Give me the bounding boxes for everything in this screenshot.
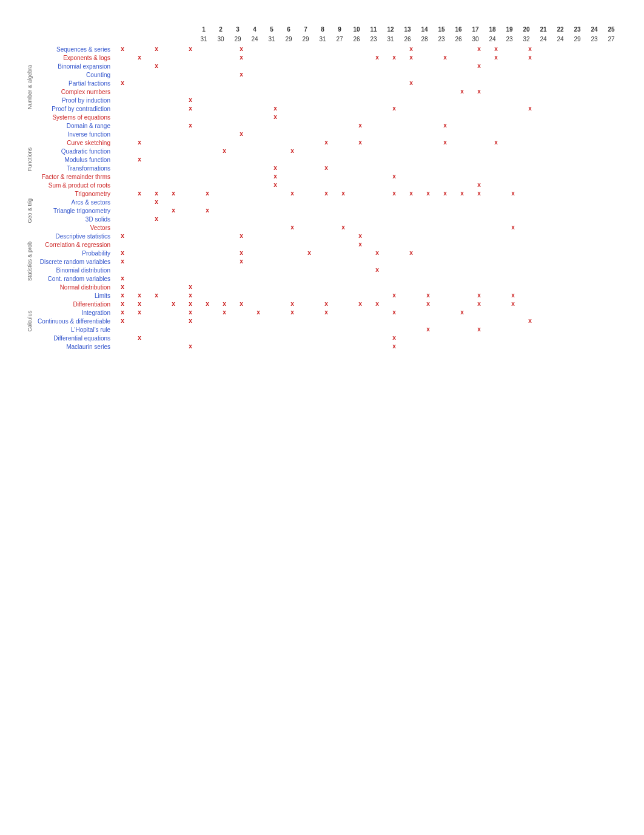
mark-empty <box>114 87 131 96</box>
mark-empty <box>403 266 420 274</box>
mark-x: x <box>403 53 420 62</box>
mark-empty <box>471 232 488 240</box>
mark-empty <box>284 181 301 189</box>
mark-empty <box>386 121 403 130</box>
mark-x: x <box>199 206 216 215</box>
mark-empty <box>437 104 454 113</box>
mark-x: x <box>267 104 284 113</box>
mark-empty <box>386 181 403 189</box>
mark-empty <box>216 181 233 189</box>
mark-empty <box>199 121 216 130</box>
mark-x: x <box>148 198 165 206</box>
col-number: 20 <box>518 26 535 33</box>
mark-empty <box>250 164 267 172</box>
mark-x: x <box>352 300 369 308</box>
mark-empty <box>318 79 335 87</box>
mark-x: x <box>386 172 403 181</box>
mark-empty <box>454 164 471 172</box>
mark-empty <box>437 96 454 104</box>
col-number: 15 <box>433 26 450 33</box>
col-number: 1 <box>195 26 212 33</box>
col-number: 19 <box>501 26 518 33</box>
mark-empty <box>420 198 437 206</box>
mark-x: x <box>148 189 165 198</box>
mark-empty <box>216 206 233 215</box>
mark-empty <box>284 70 301 79</box>
mark-empty <box>301 104 318 113</box>
topic-row: Limitsxxxxxxxx <box>35 291 538 300</box>
mark-empty <box>420 257 437 266</box>
mark-empty <box>148 274 165 283</box>
mark-empty <box>386 45 403 53</box>
mark-empty <box>148 53 165 62</box>
mark-empty <box>454 181 471 189</box>
mark-x: x <box>386 189 403 198</box>
col-mark: 31 <box>314 36 331 42</box>
mark-empty <box>233 113 250 121</box>
mark-empty <box>454 274 471 283</box>
mark-empty <box>199 308 216 317</box>
mark-empty <box>216 334 233 342</box>
mark-empty <box>505 181 522 189</box>
group-label-functions: Functions <box>27 147 33 171</box>
mark-empty <box>369 308 386 317</box>
mark-empty <box>471 283 488 291</box>
mark-empty <box>131 87 148 96</box>
mark-x: x <box>233 130 250 138</box>
mark-empty <box>148 70 165 79</box>
mark-empty <box>488 70 505 79</box>
col-number: 24 <box>586 26 603 33</box>
topic-row: Normal distributionxx <box>35 283 538 291</box>
mark-empty <box>301 257 318 266</box>
mark-empty <box>284 342 301 351</box>
mark-empty <box>250 79 267 87</box>
mark-empty <box>352 206 369 215</box>
mark-x: x <box>182 342 199 351</box>
mark-empty <box>250 232 267 240</box>
mark-empty <box>148 223 165 232</box>
mark-empty <box>233 274 250 283</box>
mark-empty <box>420 266 437 274</box>
col-number: 6 <box>280 26 297 33</box>
mark-empty <box>505 87 522 96</box>
mark-empty <box>131 96 148 104</box>
mark-empty <box>233 223 250 232</box>
mark-empty <box>301 240 318 249</box>
topic-label: Complex numbers <box>35 89 114 95</box>
mark-empty <box>250 300 267 308</box>
topic-label: Sequences & series <box>35 46 114 53</box>
mark-x: x <box>522 53 538 62</box>
mark-empty <box>505 308 522 317</box>
mark-x: x <box>131 155 148 164</box>
mark-empty <box>284 45 301 53</box>
mark-empty <box>233 342 250 351</box>
topic-row: Inverse functionx <box>35 130 538 138</box>
mark-x: x <box>165 300 182 308</box>
mark-empty <box>267 138 284 147</box>
mark-empty <box>505 121 522 130</box>
topic-row: Partial fractionsxx <box>35 79 538 87</box>
mark-empty <box>148 155 165 164</box>
mark-empty <box>403 62 420 70</box>
mark-empty <box>233 138 250 147</box>
mark-empty <box>301 317 318 325</box>
mark-empty <box>165 223 182 232</box>
topic-label: Binomial distribution <box>35 267 114 274</box>
topic-row: Correlation & regressionx <box>35 240 538 249</box>
mark-empty <box>267 189 284 198</box>
mark-empty <box>386 138 403 147</box>
mark-empty <box>148 181 165 189</box>
mark-empty <box>165 79 182 87</box>
mark-empty <box>301 223 318 232</box>
mark-empty <box>420 164 437 172</box>
mark-empty <box>369 181 386 189</box>
mark-empty <box>335 274 352 283</box>
mark-empty <box>420 308 437 317</box>
mark-empty <box>301 130 318 138</box>
mark-empty <box>522 155 538 164</box>
mark-empty <box>148 164 165 172</box>
mark-empty <box>233 334 250 342</box>
mark-empty <box>471 240 488 249</box>
mark-empty <box>233 240 250 249</box>
mark-empty <box>471 266 488 274</box>
